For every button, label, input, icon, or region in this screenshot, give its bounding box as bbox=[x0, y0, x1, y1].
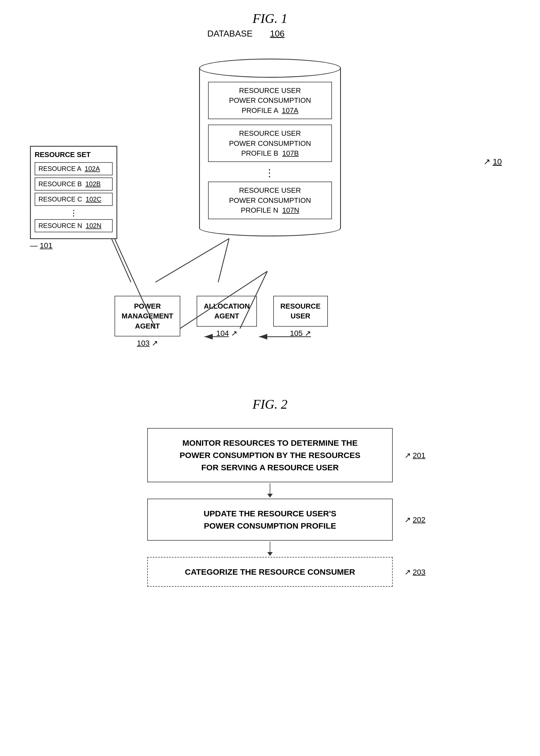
ru-ref: 105 ↗ bbox=[290, 329, 311, 338]
step-202-wrapper: UPDATE THE RESOURCE USER'S POWER CONSUMP… bbox=[147, 499, 393, 541]
step-203-box: CATEGORIZE THE RESOURCE CONSUMER bbox=[147, 557, 393, 587]
arrow-2 bbox=[147, 541, 393, 557]
resource-item-c: RESOURCE C 102C bbox=[35, 193, 113, 206]
resource-dots: ⋮ bbox=[35, 208, 113, 218]
system-ref-10: ↗ 10 bbox=[483, 157, 502, 166]
step-201-box: MONITOR RESOURCES TO DETERMINE THE POWER… bbox=[147, 428, 393, 482]
cylinder: RESOURCE USERPOWER CONSUMPTIONPROFILE A … bbox=[199, 58, 341, 236]
bottom-row: POWERMANAGEMENTAGENT 103 ↗ ALLOCATIONAGE… bbox=[114, 296, 328, 348]
page-container: FIG. 1 DATABASE 106 bbox=[0, 0, 540, 597]
pma-ref: 103 ↗ bbox=[137, 339, 158, 348]
step-203-ref: ↗ 203 bbox=[404, 567, 426, 576]
fig1-title: FIG. 1 bbox=[22, 11, 518, 26]
fig2-area: MONITOR RESOURCES TO DETERMINE THE POWER… bbox=[147, 428, 393, 587]
resource-user-box: RESOURCEUSER bbox=[273, 296, 328, 327]
database-container: DATABASE 106 RESOURCE USERPOWER CONSUMPT… bbox=[199, 42, 341, 236]
step-201-ref: ↗ 201 bbox=[404, 451, 426, 460]
resource-set-label: RESOURCE SET bbox=[35, 151, 113, 159]
step-203-wrapper: CATEGORIZE THE RESOURCE CONSUMER ↗ 203 bbox=[147, 557, 393, 587]
resource-item-b: RESOURCE B 102B bbox=[35, 177, 113, 190]
fig2-title: FIG. 2 bbox=[22, 397, 518, 412]
arrow-1 bbox=[147, 482, 393, 499]
resource-set-container: RESOURCE SET RESOURCE A 102A RESOURCE B … bbox=[30, 146, 117, 250]
profile-dots: ⋮ bbox=[208, 167, 332, 179]
profile-box-n: RESOURCE USERPOWER CONSUMPTIONPROFILE N … bbox=[208, 181, 332, 219]
resource-item-n: RESOURCE N 102N bbox=[35, 219, 113, 232]
profile-box-a: RESOURCE USERPOWER CONSUMPTIONPROFILE A … bbox=[208, 82, 332, 119]
db-ref: 106 bbox=[270, 29, 284, 39]
aa-ref: 104 ↗ bbox=[216, 329, 237, 338]
step-202-box: UPDATE THE RESOURCE USER'S POWER CONSUMP… bbox=[147, 499, 393, 541]
cylinder-body: RESOURCE USERPOWER CONSUMPTIONPROFILE A … bbox=[199, 68, 341, 236]
fig1-area: DATABASE 106 RESOURCE USERPOWER CONSUMPT… bbox=[22, 42, 518, 370]
allocation-agent-box: ALLOCATIONAGENT bbox=[197, 296, 257, 327]
resource-set-ref-label: — 101 bbox=[30, 241, 117, 250]
profile-box-b: RESOURCE USERPOWER CONSUMPTIONPROFILE B … bbox=[208, 125, 332, 162]
step-201-wrapper: MONITOR RESOURCES TO DETERMINE THE POWER… bbox=[147, 428, 393, 482]
db-label: DATABASE bbox=[207, 29, 253, 39]
power-management-agent-box: POWERMANAGEMENTAGENT bbox=[114, 296, 180, 336]
step-202-ref: ↗ 202 bbox=[404, 515, 426, 524]
svg-line-1 bbox=[218, 239, 229, 282]
svg-line-0 bbox=[156, 239, 229, 282]
resource-item-a: RESOURCE A 102A bbox=[35, 162, 113, 175]
resource-set-outer: RESOURCE SET RESOURCE A 102A RESOURCE B … bbox=[30, 146, 117, 239]
cylinder-top bbox=[199, 58, 341, 78]
